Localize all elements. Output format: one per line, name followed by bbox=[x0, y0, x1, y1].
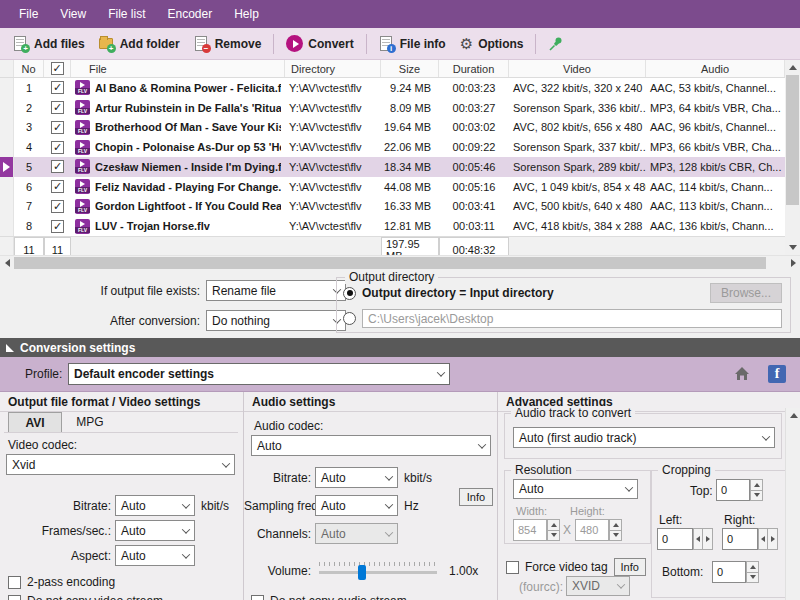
row-gutter bbox=[0, 197, 14, 217]
table-row[interactable]: 8✓FLVLUV - Trojan Horse.flvY:\AV\vctest\… bbox=[0, 216, 785, 236]
size-cell: 18.34 MB bbox=[381, 157, 439, 177]
header-gutter bbox=[0, 60, 14, 77]
no-copy-video-checkbox[interactable] bbox=[8, 595, 21, 600]
force-video-tag-checkbox[interactable] bbox=[506, 561, 519, 574]
aspect-select[interactable]: Auto bbox=[115, 545, 195, 566]
fourcc-select[interactable]: XVID bbox=[566, 576, 630, 596]
convert-button[interactable]: Convert bbox=[279, 32, 360, 55]
add-files-button[interactable]: + Add files bbox=[6, 33, 92, 55]
spin-buttons[interactable] bbox=[547, 519, 560, 541]
crop-right-stepper[interactable]: 0 bbox=[722, 528, 778, 550]
file-info-button[interactable]: i File info bbox=[372, 33, 453, 55]
resolution-select[interactable]: Auto bbox=[513, 479, 638, 499]
no-copy-audio-checkbox[interactable] bbox=[251, 595, 264, 600]
table-row[interactable]: 3✓FLVBrotherhood Of Man - Save Your Kiss… bbox=[0, 118, 785, 138]
spin-buttons[interactable] bbox=[758, 528, 778, 550]
sampling-select[interactable]: Auto bbox=[315, 495, 398, 516]
menu-file[interactable]: File bbox=[8, 0, 49, 28]
add-folder-button[interactable]: + Add folder bbox=[92, 33, 187, 55]
advanced-panel-scrollbar[interactable] bbox=[785, 408, 800, 600]
crop-left-stepper[interactable]: 0 bbox=[657, 528, 713, 550]
audio-codec-select[interactable]: Auto bbox=[251, 435, 491, 456]
conversion-settings-header[interactable]: Conversion settings bbox=[0, 338, 800, 357]
custom-directory-input[interactable]: C:\Users\jacek\Desktop bbox=[362, 309, 782, 328]
pin-button[interactable] bbox=[541, 33, 571, 55]
col-header-file[interactable]: File bbox=[71, 60, 285, 77]
row-checkbox[interactable]: ✓ bbox=[51, 200, 64, 213]
profile-select[interactable]: Default encoder settings bbox=[68, 363, 450, 385]
menu-help[interactable]: Help bbox=[223, 0, 270, 28]
arrow-up-icon bbox=[790, 413, 798, 418]
row-number: 7 bbox=[14, 197, 44, 217]
size-cell: 22.06 MB bbox=[381, 137, 439, 157]
table-horizontal-scrollbar[interactable] bbox=[0, 255, 800, 269]
row-checkbox[interactable]: ✓ bbox=[51, 180, 64, 193]
audio-info-button[interactable]: Info bbox=[459, 488, 493, 506]
table-row[interactable]: 4✓FLVChopin - Polonaise As-Dur op 53 'He… bbox=[0, 137, 785, 157]
table-vertical-scrollbar[interactable] bbox=[785, 60, 800, 255]
select-all-checkbox[interactable]: ✓ bbox=[51, 62, 64, 75]
channels-select[interactable]: Auto bbox=[315, 523, 398, 544]
col-header-audio[interactable]: Audio bbox=[646, 60, 785, 77]
row-checkbox[interactable]: ✓ bbox=[51, 141, 64, 154]
slider-track bbox=[319, 571, 437, 574]
scroll-right-button[interactable] bbox=[786, 256, 800, 270]
browse-button[interactable]: Browse... bbox=[710, 283, 782, 303]
spin-buttons[interactable] bbox=[750, 479, 763, 501]
custom-directory-radio[interactable] bbox=[343, 312, 356, 325]
home-button[interactable] bbox=[733, 365, 751, 383]
spin-buttons[interactable] bbox=[609, 519, 622, 541]
row-checkbox[interactable]: ✓ bbox=[51, 101, 64, 114]
audio-track-select[interactable]: Auto (first audio track) bbox=[513, 427, 775, 448]
col-header-directory[interactable]: Directory bbox=[285, 60, 381, 77]
scroll-left-button[interactable] bbox=[0, 256, 14, 270]
two-pass-checkbox[interactable] bbox=[8, 576, 21, 589]
size-cell: 44.08 MB bbox=[381, 177, 439, 197]
options-button[interactable]: ⚙ Options bbox=[453, 33, 531, 55]
menu-view[interactable]: View bbox=[49, 0, 97, 28]
row-checkbox[interactable]: ✓ bbox=[51, 121, 64, 134]
audio-bitrate-select[interactable]: Auto bbox=[315, 467, 398, 488]
table-row[interactable]: 6✓FLVFeliz Navidad - Playing For Change.… bbox=[0, 177, 785, 197]
scroll-thumb[interactable] bbox=[14, 257, 766, 269]
same-directory-radio[interactable] bbox=[343, 287, 356, 300]
volume-slider[interactable] bbox=[319, 562, 437, 580]
slider-thumb[interactable] bbox=[358, 565, 366, 580]
video-codec-select[interactable]: Xvid bbox=[6, 454, 235, 475]
height-stepper[interactable]: 480 bbox=[575, 519, 622, 541]
table-row[interactable]: 2✓FLVArtur Rubinstein in De Falla's 'Rit… bbox=[0, 98, 785, 118]
force-tag-info-button[interactable]: Info bbox=[614, 558, 646, 576]
table-row[interactable]: 1✓FLVAl Bano & Romina Power - Felicita.f… bbox=[0, 78, 785, 98]
crop-top-stepper[interactable]: 0 bbox=[716, 479, 763, 501]
menu-file-list[interactable]: File list bbox=[97, 0, 156, 28]
scroll-down-button[interactable] bbox=[785, 240, 800, 255]
table-row[interactable]: 5✓FLVCzesław Niemen - Inside I'm Dying.f… bbox=[0, 157, 785, 177]
video-cell: Sorenson Spark, 289 kbit/... bbox=[509, 157, 646, 177]
file-name-cell: FLVChopin - Polonaise As-Dur op 53 'Her.… bbox=[71, 137, 285, 157]
scroll-thumb[interactable] bbox=[786, 75, 799, 205]
scroll-up-button[interactable] bbox=[786, 408, 800, 423]
row-checkbox[interactable]: ✓ bbox=[51, 220, 64, 233]
row-number: 4 bbox=[14, 137, 44, 157]
facebook-button[interactable]: f bbox=[768, 365, 786, 383]
crop-bottom-stepper[interactable]: 0 bbox=[712, 561, 759, 583]
row-checkbox[interactable]: ✓ bbox=[51, 160, 64, 173]
remove-button[interactable]: − Remove bbox=[187, 33, 269, 55]
tab-mpg[interactable]: MPG bbox=[63, 412, 117, 432]
tab-avi[interactable]: AVI bbox=[8, 412, 62, 432]
spin-buttons[interactable] bbox=[746, 561, 759, 583]
after-conversion-select[interactable]: Do nothing bbox=[206, 310, 346, 331]
col-header-video[interactable]: Video bbox=[509, 60, 646, 77]
row-checkbox[interactable]: ✓ bbox=[51, 81, 64, 94]
col-header-size[interactable]: Size bbox=[381, 60, 439, 77]
width-stepper[interactable]: 854 bbox=[513, 519, 560, 541]
col-header-duration[interactable]: Duration bbox=[439, 60, 509, 77]
if-exists-select[interactable]: Rename file bbox=[206, 280, 346, 301]
menu-encoder[interactable]: Encoder bbox=[156, 0, 223, 28]
fps-select[interactable]: Auto bbox=[115, 520, 195, 541]
table-row[interactable]: 7✓FLVGordon Lightfoot - If You Could Rea… bbox=[0, 197, 785, 217]
video-bitrate-select[interactable]: Auto bbox=[115, 495, 195, 516]
col-header-no[interactable]: No bbox=[14, 60, 44, 77]
scroll-up-button[interactable] bbox=[785, 60, 800, 75]
spin-buttons[interactable] bbox=[693, 528, 713, 550]
